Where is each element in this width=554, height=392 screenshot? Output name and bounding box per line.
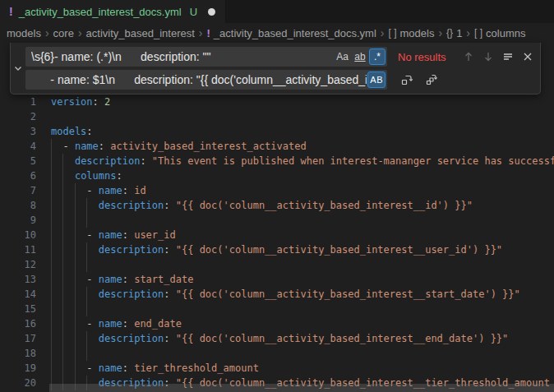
breadcrumb-label: core: [53, 27, 74, 39]
breadcrumb-separator-icon: ›: [381, 26, 385, 39]
editor[interactable]: 1234567891011121314151617181920 version:…: [0, 43, 554, 392]
match-case-toggle[interactable]: Aa: [334, 48, 351, 65]
code-area[interactable]: version: 2models: - name: activity_based…: [0, 95, 554, 390]
code-line[interactable]: [0, 257, 554, 272]
code-line[interactable]: - name: tier_threshold_amount: [0, 361, 554, 376]
indent-guide: [86, 331, 87, 346]
indent-guide: [62, 183, 63, 198]
code-line[interactable]: description: "{{ doc('column__activity_b…: [0, 198, 554, 213]
whole-word-toggle[interactable]: ab: [352, 48, 368, 65]
breadcrumb-label: activity_based_interest: [86, 27, 195, 39]
code-text: - name: end_date: [0, 316, 554, 331]
code-line[interactable]: columns:: [0, 168, 554, 183]
indent-guide: [62, 168, 63, 183]
indent-guide: [62, 346, 63, 361]
indent-guide: [62, 213, 63, 228]
indent-guide: [86, 346, 87, 361]
indent-guide: [75, 242, 76, 257]
arrow-up-icon: [462, 50, 475, 63]
code-line[interactable]: - name: id: [0, 183, 554, 198]
indent-guide: [62, 242, 63, 257]
breadcrumb-item-core[interactable]: core: [53, 27, 74, 39]
code-line[interactable]: - name: user_id: [0, 228, 554, 242]
code-text: - name: user_id: [0, 228, 554, 242]
breadcrumb-item-models[interactable]: models: [7, 27, 41, 39]
breadcrumb-separator-icon: ›: [466, 26, 470, 39]
code-line[interactable]: version: 2: [0, 95, 554, 109]
indent-guide: [62, 154, 63, 168]
previous-match-button[interactable]: [459, 48, 477, 66]
indent-guide: [75, 302, 76, 316]
code-line[interactable]: description: "{{ doc('column__activity_b…: [0, 287, 554, 302]
results-count-label: No results: [398, 51, 446, 63]
breadcrumb-item-1[interactable]: {}1: [446, 27, 462, 39]
breadcrumb-item-activity-based-interest[interactable]: activity_based_interest: [86, 27, 195, 39]
indent-guide: [51, 213, 52, 228]
replace-input[interactable]: [25, 70, 367, 90]
indent-guide: [75, 316, 76, 331]
breadcrumb-item--activity-based-interest-docs-yml[interactable]: !_activity_based_interest_docs.yml: [206, 27, 376, 39]
replace-all-icon: [425, 73, 438, 86]
breadcrumb-label: models: [7, 27, 41, 39]
horizontal-scrollbar-thumb[interactable]: [49, 384, 554, 392]
indent-guide: [51, 287, 52, 302]
find-input[interactable]: [25, 47, 333, 67]
code-text: description: "{{ doc('column__activity_b…: [0, 242, 554, 257]
indent-guide: [51, 242, 52, 257]
code-line[interactable]: - name: start_date: [0, 272, 554, 287]
code-text: version: 2: [0, 95, 554, 109]
indent-guide: [62, 331, 63, 346]
find-in-selection-button[interactable]: [499, 48, 516, 66]
indent-guide: [51, 139, 52, 154]
breadcrumb-separator-icon: ›: [45, 26, 49, 39]
replace-actions: [398, 71, 440, 89]
yaml-file-icon: !: [9, 5, 13, 18]
code-line[interactable]: description: "This event is published wh…: [0, 154, 554, 168]
array-icon: [ ]: [474, 27, 482, 39]
object-icon: {}: [446, 27, 453, 39]
tab-title: _activity_based_interest_docs.yml: [19, 6, 182, 18]
breadcrumb-separator-icon: ›: [438, 26, 442, 39]
replace-all-button[interactable]: [422, 71, 440, 89]
code-text: description: "{{ doc('column__activity_b…: [0, 287, 554, 302]
arrow-down-icon: [482, 50, 495, 63]
indent-guide: [75, 272, 76, 287]
indent-guide: [62, 228, 63, 242]
toggle-replace-button[interactable]: [11, 43, 25, 94]
preserve-case-toggle[interactable]: AB: [367, 71, 385, 88]
breadcrumb-item-columns[interactable]: [ ]columns: [474, 27, 525, 39]
breadcrumb-separator-icon: ›: [78, 26, 82, 39]
indent-guide: [51, 168, 52, 183]
find-row: Aa ab .* No results: [25, 47, 536, 67]
indent-guide: [86, 302, 87, 316]
chevron-down-icon: [12, 62, 25, 75]
code-line[interactable]: description: "{{ doc('column__activity_b…: [0, 331, 554, 346]
code-line[interactable]: [0, 302, 554, 316]
indent-guide: [51, 198, 52, 213]
code-line[interactable]: - name: activity_based_interest_activate…: [0, 139, 554, 154]
breadcrumb-item-models[interactable]: [ ]models: [389, 27, 435, 39]
code-line[interactable]: [0, 109, 554, 124]
regex-toggle[interactable]: .*: [369, 48, 385, 65]
indent-guide: [75, 228, 76, 242]
indent-guide: [75, 213, 76, 228]
breadcrumb: models›core›activity_based_interest›!_ac…: [0, 23, 554, 43]
replace-button[interactable]: [398, 71, 415, 89]
breadcrumb-separator-icon: ›: [199, 26, 203, 39]
code-text: - name: start_date: [0, 272, 554, 287]
code-line[interactable]: [0, 346, 554, 361]
code-line[interactable]: [0, 213, 554, 228]
indent-guide: [62, 302, 63, 316]
indent-guide: [51, 316, 52, 331]
git-status-badge: U: [190, 6, 197, 18]
tab-active-file[interactable]: ! _activity_based_interest_docs.yml U: [0, 0, 226, 23]
code-line[interactable]: models:: [0, 124, 554, 139]
indent-guide: [51, 331, 52, 346]
replace-row: AB: [25, 70, 536, 90]
code-line[interactable]: description: "{{ doc('column__activity_b…: [0, 242, 554, 257]
code-line[interactable]: - name: end_date: [0, 316, 554, 331]
indent-guide: [75, 183, 76, 198]
close-find-widget-button[interactable]: [519, 48, 536, 66]
unsaved-changes-dot-icon[interactable]: [208, 8, 215, 16]
next-match-button[interactable]: [479, 48, 496, 66]
